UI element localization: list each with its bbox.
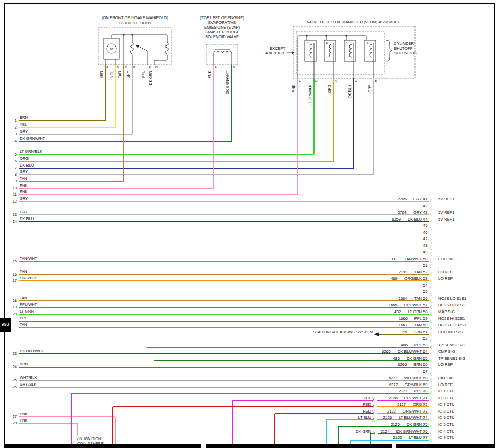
circuit-color: PPL/WHT	[404, 303, 422, 308]
row-number: 16	[7, 272, 17, 277]
wire-horizontal	[19, 141, 232, 142]
circuit-number: 2705	[398, 197, 407, 202]
row-number: 23	[7, 352, 17, 356]
connector-cavity-mark: (	[430, 245, 432, 250]
row-number: 7	[7, 166, 17, 171]
connector-cavity-mark: (	[430, 251, 432, 256]
circuit-color: GRY/BLK	[405, 383, 422, 388]
circuit-color: PPL	[414, 317, 422, 322]
circuit-number: 6259	[392, 217, 401, 222]
pin-wire-name: PNK	[292, 85, 296, 92]
connector-cavity-mark: (	[430, 278, 432, 282]
connector-cavity-mark: (	[430, 384, 432, 389]
circuit-wire-label: 1667TAN	[328, 323, 422, 328]
page-border-left	[4, 3, 5, 448]
row-number: 10	[7, 186, 17, 191]
circuit-wire-label: 1665PPL/WHT	[328, 303, 422, 308]
wire-horizontal	[19, 120, 105, 121]
connector-cavity-mark: (	[430, 437, 432, 442]
connector-cavity-mark: (	[430, 238, 432, 243]
circuit-wire-label: 1666PPL	[328, 317, 422, 322]
circuit-number: 331	[391, 257, 398, 262]
circuit-color: BRN	[413, 363, 422, 368]
pin-number: 60	[423, 323, 430, 328]
pin-letter: C	[355, 79, 357, 83]
wire-horizontal	[19, 168, 354, 169]
wire-horizontal	[19, 194, 298, 195]
pin-wire-name: GRY	[368, 85, 372, 93]
pin-letter: E	[299, 79, 301, 83]
wire-horizontal	[378, 433, 429, 434]
pin-number: 49	[423, 250, 430, 255]
pin-letter: F	[149, 66, 151, 69]
row-number: 6	[7, 159, 17, 164]
pin-wire-name: ORG	[328, 85, 332, 93]
connector-cavity-mark: (	[430, 318, 432, 323]
wire-horizontal	[377, 419, 429, 420]
connector-cavity-mark: (	[430, 271, 432, 276]
connector-cavity-mark: (	[430, 258, 432, 263]
wire-horizontal	[71, 393, 429, 394]
wire-horizontal	[351, 440, 429, 441]
pin-wire-name: TAN	[118, 71, 122, 78]
connector-cavity-mark: (	[430, 311, 432, 316]
wire-horizontal	[19, 181, 124, 182]
connector-cavity-mark: (	[430, 212, 432, 216]
row-number: 9	[7, 179, 17, 184]
evap-label-line: SOLENOID VALVE	[185, 35, 259, 40]
wire-horizontal	[19, 423, 77, 424]
wire-horizontal	[154, 360, 429, 361]
circuit-number: 1667	[399, 323, 408, 328]
bottom-strip-segment-2[interactable]	[206, 444, 392, 448]
circuit-number: 2704	[398, 211, 407, 215]
row-number: 28	[7, 421, 17, 426]
connector-cavity-mark: (	[430, 351, 432, 355]
pin-number: 54	[423, 284, 430, 288]
circuit-wire-label: 6272GRY/BLK	[328, 383, 422, 388]
pin-wire-name: DK GRN/WHT	[226, 71, 230, 94]
wire-horizontal	[377, 406, 429, 407]
circuit-wire-label: 469ORG/BLK	[328, 277, 422, 281]
bottom-strip-segment-1[interactable]	[4, 444, 201, 448]
wire-vertical	[123, 65, 124, 181]
bottom-strip-segment-3[interactable]	[396, 444, 495, 448]
pin-wire-name: DK BLU	[348, 85, 352, 98]
splice-mark: )(	[372, 410, 374, 416]
pin-number: 69	[423, 383, 430, 388]
circuit-color: TAN/WHT	[404, 257, 422, 262]
connector-cavity-mark: (	[430, 404, 432, 408]
pin-letter: E	[133, 66, 135, 69]
wire-horizontal	[19, 154, 314, 155]
connector-cavity-mark: (	[430, 410, 432, 415]
splice-mark: )(	[372, 417, 374, 422]
pin-number: 55	[423, 290, 430, 295]
row-number: 14	[7, 220, 17, 224]
pin-wire-name: YEL	[110, 71, 114, 78]
page-border-top	[4, 3, 495, 4]
wire-vertical	[274, 414, 275, 444]
row-number: 8	[7, 172, 17, 177]
splice-mark: )(	[373, 431, 375, 436]
circuit-wire-label: 432LT GRN	[328, 310, 422, 315]
pin-number: 51	[423, 263, 430, 268]
wire-horizontal	[233, 400, 373, 401]
wire-horizontal	[275, 413, 373, 414]
wire-vertical	[353, 78, 354, 168]
circuit-color: GRY	[413, 211, 422, 215]
circuit-color: ORG/BLK	[404, 277, 422, 281]
wire-horizontal	[377, 413, 429, 414]
connector-cavity-mark: (	[430, 285, 432, 289]
row-number: 20	[7, 312, 17, 317]
pin-letter: C	[125, 66, 127, 69]
wire-vertical	[105, 65, 106, 121]
connector-cavity-mark: (	[430, 291, 432, 296]
circuit-number: 469	[391, 277, 398, 281]
pin-number: 53	[423, 277, 430, 281]
circuit-number: 6265	[382, 350, 391, 354]
except-note-line: 4.8L & 6.2L	[254, 51, 285, 56]
pin-number: 64	[423, 350, 430, 354]
connector-cavity-mark: (	[430, 331, 432, 336]
splice-mark: )(	[372, 404, 374, 409]
circuit-wire-label: 331TAN/WHT	[328, 257, 422, 262]
circuit-number: 432	[394, 310, 401, 315]
